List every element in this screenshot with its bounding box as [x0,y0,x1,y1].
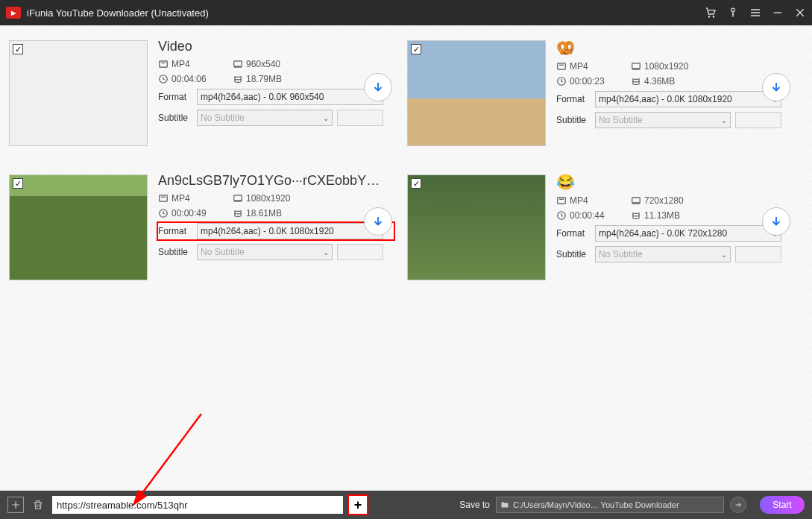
svg-rect-9 [160,195,168,201]
video-title: 😂 [556,173,792,191]
subtitle-row: Subtitle No Subtitle⌄ [158,110,394,126]
format-badge: MP4 [158,59,219,69]
video-thumbnail[interactable]: ✓ [407,40,546,146]
subtitle-row: Subtitle No Subtitle⌄ [556,246,792,262]
subtitle-label: Subtitle [158,113,192,123]
svg-point-2 [731,8,735,12]
format-label: Format [158,226,192,236]
svg-rect-10 [234,195,242,201]
subtitle-row: Subtitle No Subtitle⌄ [556,112,792,128]
app-logo-icon: ▶ [6,7,21,19]
subtitle-row: Subtitle No Subtitle⌄ [158,244,394,260]
video-thumbnail[interactable]: ✓ [9,40,148,146]
close-icon[interactable] [794,7,806,19]
menu-icon[interactable] [749,7,761,19]
subtitle-label: Subtitle [556,115,591,125]
subtitle-extra-select[interactable] [735,246,781,262]
delete-icon[interactable] [30,497,46,513]
video-title: 🥨 [556,39,792,57]
save-path-selector[interactable]: C:/Users/Mayn/Video… YouTube Downloader [496,497,724,513]
subtitle-select[interactable]: No Subtitle⌄ [595,246,731,262]
duration-badge: 00:00:23 [556,76,617,86]
format-badge: MP4 [158,193,219,204]
svg-rect-13 [632,198,641,203]
select-checkbox[interactable]: ✓ [411,178,421,189]
format-select[interactable]: mp4(h264,aac) - 0.0K 1080x1920⌄ [595,91,781,107]
video-title: An9cLsGB7ly7O1YGo···rCXEobbYDZ3EgJI [158,173,382,189]
subtitle-label: Subtitle [556,249,591,260]
cart-icon[interactable] [705,7,717,19]
format-row: Format mp4(h264,aac) - 0.0K 720x1280⌄ [556,225,792,242]
svg-rect-3 [160,61,168,67]
save-path-text: C:/Users/Mayn/Video… YouTube Downloader [513,500,679,509]
format-select[interactable]: mp4(h264,aac) - 0.0K 1080x1920⌄ [197,223,383,239]
duration-badge: 00:04:06 [158,74,219,84]
video-card: ✓ 🥨 MP4 1080x1920 00:00:23 4.36MB Format… [407,39,792,158]
size-badge: 4.36MB [631,76,705,86]
format-select[interactable]: mp4(h264,aac) - 0.0K 960x540⌄ [197,89,383,105]
svg-rect-7 [632,63,641,69]
subtitle-extra-select[interactable] [735,112,781,128]
format-row: Format mp4(h264,aac) - 0.0K 1080x1920⌄ [556,91,792,107]
video-card: ✓ 😂 MP4 720x1280 00:00:44 11.13MB Format… [407,173,792,292]
subtitle-label: Subtitle [158,247,192,257]
video-card: ✓ An9cLsGB7ly7O1YGo···rCXEobbYDZ3EgJI MP… [9,173,394,292]
video-thumbnail[interactable]: ✓ [407,174,546,280]
video-thumbnail[interactable]: ✓ [9,174,148,280]
select-checkbox[interactable]: ✓ [13,178,23,189]
add-url-button[interactable]: + [349,496,367,514]
format-badge: MP4 [556,195,617,206]
duration-badge: 00:00:44 [556,210,617,221]
format-label: Format [158,92,192,102]
select-checkbox[interactable]: ✓ [13,44,23,54]
video-card: ✓ Video MP4 960x540 00:04:06 18.79MB For… [9,39,394,158]
key-icon[interactable] [727,7,739,19]
save-to-label: Save to [459,500,490,510]
resolution-badge: 1080x1920 [233,193,307,204]
download-button[interactable] [364,207,392,236]
download-button[interactable] [762,207,790,236]
size-badge: 18.79MB [233,74,307,84]
svg-rect-4 [234,61,242,66]
format-label: Format [556,228,591,239]
format-badge: MP4 [556,61,617,72]
subtitle-select[interactable]: No Subtitle⌄ [595,112,731,128]
format-select[interactable]: mp4(h264,aac) - 0.0K 720x1280⌄ [595,225,781,242]
subtitle-extra-select[interactable] [337,244,383,260]
select-checkbox[interactable]: ✓ [411,44,421,54]
titlebar: ▶ iFunia YouTube Downloader (Unactivated… [0,0,812,25]
format-row: Format mp4(h264,aac) - 0.0K 960x540⌄ [158,89,394,105]
download-button[interactable] [364,73,392,101]
add-task-icon[interactable] [7,497,24,513]
video-list: ✓ Video MP4 960x540 00:04:06 18.79MB For… [0,25,812,491]
download-button[interactable] [762,73,790,101]
resolution-badge: 1080x1920 [631,61,705,72]
open-folder-button[interactable] [730,497,746,513]
svg-point-0 [708,16,709,17]
svg-point-1 [713,16,714,17]
duration-badge: 00:00:49 [158,208,219,218]
window-title: iFunia YouTube Downloader (Unactivated) [27,7,705,19]
format-label: Format [556,94,591,104]
svg-rect-12 [558,198,566,204]
resolution-badge: 960x540 [233,59,307,69]
format-row: Format mp4(h264,aac) - 0.0K 1080x1920⌄ [158,223,394,239]
svg-rect-6 [558,63,566,69]
minimize-icon[interactable] [772,7,784,19]
url-input[interactable] [52,496,343,514]
subtitle-select[interactable]: No Subtitle⌄ [197,244,333,260]
size-badge: 11.13MB [631,210,705,221]
bottombar: + Save to C:/Users/Mayn/Video… YouTube D… [0,491,812,519]
resolution-badge: 720x1280 [631,195,705,206]
start-button[interactable]: Start [760,496,805,514]
subtitle-extra-select[interactable] [337,110,383,126]
video-title: Video [158,39,382,54]
subtitle-select[interactable]: No Subtitle⌄ [197,110,333,126]
size-badge: 18.61MB [233,208,307,218]
